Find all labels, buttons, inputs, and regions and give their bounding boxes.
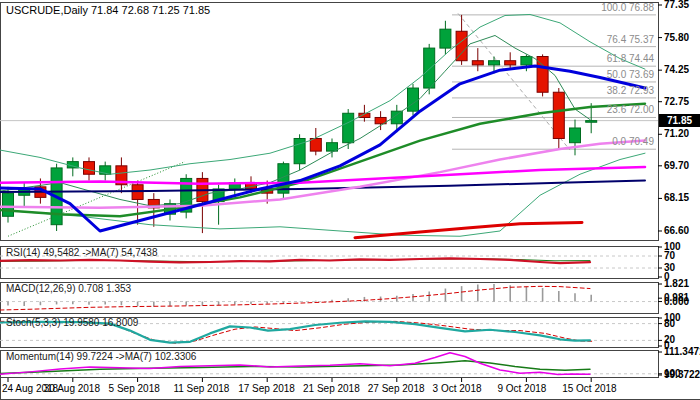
rsi-line: [0, 258, 590, 263]
momentum-label: Momentum(14) 99.7224 ->MA(7) 102.3306: [6, 351, 196, 362]
price-tick-71.20: 71.20: [664, 128, 689, 139]
chart-canvas[interactable]: [0, 0, 700, 400]
momentum-axis-111.3471: 111.3471: [664, 346, 700, 357]
macd-label: MACD(12,26,9) 0.708 1.353: [6, 283, 131, 294]
date-label-4: 11 Sep 2018: [173, 383, 229, 394]
candles-series: [3, 15, 597, 233]
price-tick-69.70: 69.70: [664, 160, 689, 171]
date-label-7: 27 Sep 2018: [368, 383, 425, 394]
chart-title: USCRUDE,Daily 71.84 72.68 71.25 71.85: [6, 4, 210, 16]
price-tick-72.75: 72.75: [664, 96, 689, 107]
current-price-badge: 71.85: [659, 114, 700, 127]
rsi-axis-70: 70: [664, 250, 675, 261]
date-label-3: 5 Sep 2018: [109, 383, 160, 394]
fib-label-100.0: 100.0 76.88: [601, 2, 654, 13]
date-label-5: 17 Sep 2018: [238, 383, 295, 394]
fib-label-38.2: 38.2 72.93: [607, 85, 654, 96]
date-label-9: 9 Oct 2018: [497, 383, 546, 394]
macd-axis-1.821: 1.821: [664, 278, 689, 289]
price-tick-74.25: 74.25: [664, 64, 689, 75]
date-label-10: 15 Oct 2018: [562, 383, 616, 394]
price-tick-66.60: 66.60: [664, 225, 689, 236]
macd-axis-0.000: 0.000: [664, 296, 689, 307]
date-label-8: 3 Oct 2018: [433, 383, 482, 394]
fib-label-61.8: 61.8 74.44: [607, 53, 654, 64]
rsi-label: RSI(14) 49,5482 ->MA(7) 54,7438: [6, 247, 157, 258]
fib-label-76.4: 76.4 75.37: [607, 34, 654, 45]
fib-label-50.0: 50.0 73.69: [607, 69, 654, 80]
date-label-6: 21 Sep 2018: [303, 383, 360, 394]
price-tick-75.80: 75.80: [664, 32, 689, 43]
fib-label-23.6: 23.6 72.00: [607, 104, 654, 115]
price-tick-68.15: 68.15: [664, 192, 689, 203]
stoch-label: Stoch(5,3,3) 19.9580 16.8009: [6, 317, 138, 328]
momentum-axis-99.3722: 99.3722: [664, 369, 700, 380]
stoch-axis-80: 80: [664, 318, 675, 329]
fib-label-0.0: 0.0 70.49: [612, 136, 654, 147]
trading-chart-window: USCRUDE,Daily 71.84 72.68 71.25 71.85 RS…: [0, 0, 700, 400]
price-tick-77.35: 77.35: [664, 0, 689, 10]
date-label-2: 30 Aug 2018: [44, 383, 100, 394]
